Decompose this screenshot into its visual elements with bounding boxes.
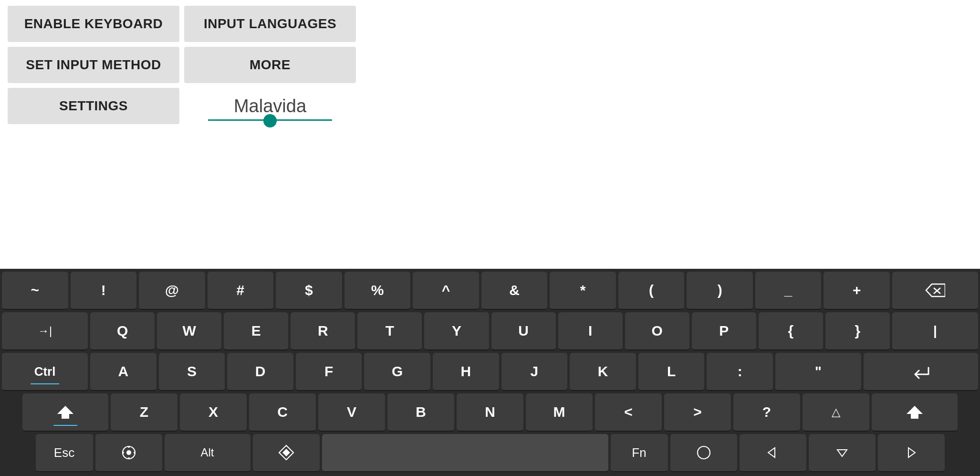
key-tilde[interactable]: ~ (2, 272, 68, 310)
key-tab[interactable]: →| (2, 312, 88, 350)
key-g[interactable]: G (364, 353, 430, 391)
malavida-cell: Malavida (184, 88, 356, 124)
key-caret[interactable]: ^ (413, 272, 479, 310)
svg-point-6 (126, 450, 131, 455)
svg-marker-12 (282, 449, 290, 456)
key-at[interactable]: @ (139, 272, 205, 310)
key-lt[interactable]: < (595, 393, 662, 432)
key-fn[interactable]: Fn (611, 434, 668, 472)
key-a[interactable]: A (90, 353, 156, 391)
svg-point-13 (698, 446, 710, 459)
key-lparen[interactable]: ( (618, 272, 685, 310)
key-r[interactable]: R (291, 312, 355, 350)
enable-keyboard-button[interactable]: ENABLE KEYBOARD (8, 6, 179, 42)
key-n[interactable]: N (457, 393, 523, 432)
key-lbrace[interactable]: { (759, 312, 823, 350)
key-underscore[interactable]: _ (755, 272, 822, 310)
key-k[interactable]: K (570, 353, 636, 391)
key-o[interactable]: O (625, 312, 689, 350)
key-h[interactable]: H (433, 353, 499, 391)
svg-marker-16 (908, 448, 915, 457)
key-m[interactable]: M (526, 393, 593, 432)
key-esc[interactable]: Esc (36, 434, 93, 472)
settings-button[interactable]: SETTINGS (8, 88, 179, 124)
key-t[interactable]: T (357, 312, 422, 350)
key-ctrl[interactable]: Ctrl (2, 353, 88, 391)
keyboard: ~ ! @ # $ % ^ & * ( ) _ + →| Q W E R T Y… (0, 269, 980, 476)
malavida-underline (208, 119, 332, 121)
key-exclaim[interactable]: ! (71, 272, 137, 310)
key-space[interactable] (322, 434, 608, 472)
key-q[interactable]: Q (90, 312, 155, 350)
keyboard-row-4: Z X C V B N M < > ? △ (2, 393, 978, 432)
key-percent[interactable]: % (344, 272, 411, 310)
key-f[interactable]: F (296, 353, 362, 391)
set-input-method-button[interactable]: SET INPUT METHOD (8, 47, 179, 83)
key-i[interactable]: I (558, 312, 623, 350)
key-l[interactable]: L (638, 353, 705, 391)
key-alt[interactable]: Alt (165, 434, 250, 472)
svg-point-10 (134, 452, 136, 454)
key-s[interactable]: S (159, 353, 225, 391)
key-pipe[interactable]: | (892, 312, 978, 350)
key-gt[interactable]: > (664, 393, 731, 432)
svg-marker-15 (837, 450, 847, 456)
key-plus[interactable]: + (824, 272, 890, 310)
key-u[interactable]: U (491, 312, 556, 350)
key-quote[interactable]: " (775, 353, 861, 391)
svg-marker-3 (57, 406, 73, 419)
key-asterisk[interactable]: * (550, 272, 616, 310)
key-e[interactable]: E (224, 312, 288, 350)
ctrl-underline-indicator (31, 383, 59, 384)
key-v[interactable]: V (318, 393, 385, 432)
key-down[interactable] (809, 434, 876, 472)
key-d[interactable]: D (227, 353, 293, 391)
key-enter[interactable] (864, 353, 978, 391)
key-question[interactable]: ? (733, 393, 800, 432)
svg-point-7 (128, 446, 130, 448)
shift-indicator (53, 425, 77, 426)
key-diamond[interactable] (253, 434, 320, 472)
key-shift-left[interactable] (22, 393, 108, 432)
svg-marker-4 (907, 406, 923, 419)
malavida-text: Malavida (234, 96, 306, 116)
key-hash[interactable]: # (208, 272, 274, 310)
svg-point-8 (128, 457, 130, 459)
key-triangle[interactable]: △ (803, 393, 869, 432)
input-languages-button[interactable]: INPUT LANGUAGES (184, 6, 356, 42)
key-shift-right[interactable] (872, 393, 958, 432)
key-ampersand[interactable]: & (481, 272, 548, 310)
key-rbrace[interactable]: } (825, 312, 890, 350)
key-c[interactable]: C (249, 393, 316, 432)
keyboard-row-3: Ctrl A S D F G H J K L : " (2, 353, 978, 391)
svg-marker-14 (768, 448, 775, 457)
keyboard-row-1: ~ ! @ # $ % ^ & * ( ) _ + (2, 272, 978, 310)
top-menu-area: ENABLE KEYBOARD INPUT LANGUAGES SET INPU… (0, 0, 353, 130)
key-rparen[interactable]: ) (687, 272, 753, 310)
svg-point-9 (122, 452, 124, 454)
key-colon[interactable]: : (707, 353, 773, 391)
malavida-cursor-dot (263, 114, 277, 127)
key-forward[interactable] (878, 434, 945, 472)
key-z[interactable]: Z (111, 393, 177, 432)
key-b[interactable]: B (387, 393, 454, 432)
keyboard-row-2: →| Q W E R T Y U I O P { } | (2, 312, 978, 350)
more-button[interactable]: MORE (184, 47, 356, 83)
key-settings-icon[interactable] (95, 434, 162, 472)
keyboard-row-5: Esc Alt Fn (2, 434, 978, 472)
key-dollar[interactable]: $ (276, 272, 342, 310)
key-backspace[interactable] (892, 272, 978, 310)
key-back[interactable] (740, 434, 806, 472)
key-home[interactable] (670, 434, 737, 472)
key-w[interactable]: W (157, 312, 221, 350)
key-j[interactable]: J (501, 353, 568, 391)
key-x[interactable]: X (180, 393, 247, 432)
key-y[interactable]: Y (424, 312, 489, 350)
key-p[interactable]: P (692, 312, 756, 350)
